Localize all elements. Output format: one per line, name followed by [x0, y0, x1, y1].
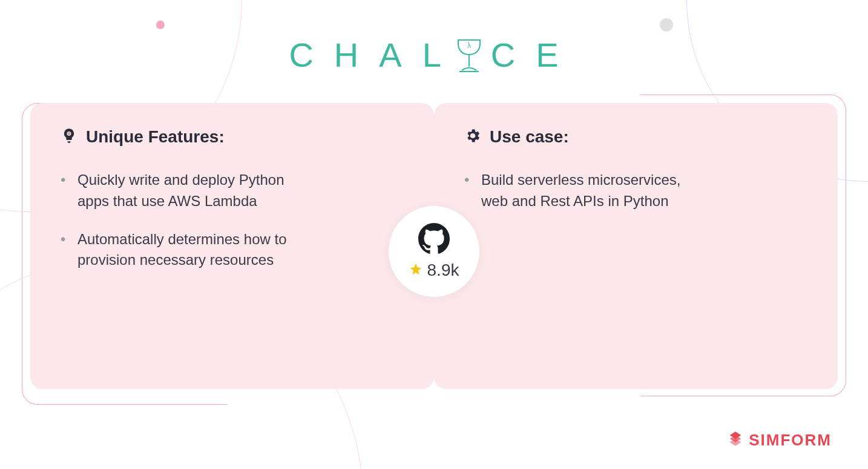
usecase-list: Build serverless microservices, web and …	[464, 170, 807, 212]
gear-icon: </>	[464, 127, 481, 147]
product-title: CHAL λ CE	[0, 35, 868, 75]
brand-logo: SIMFORM	[727, 430, 832, 450]
chalice-icon: λ	[453, 36, 485, 74]
github-icon	[418, 223, 450, 257]
usecase-card: </> Use case: Build serverless microserv…	[434, 103, 838, 389]
svg-text:λ: λ	[467, 41, 471, 50]
feature-item: Automatically determines how to provisio…	[77, 229, 307, 271]
decorative-dot	[660, 18, 673, 32]
features-card: Unique Features: Quickly write and deplo…	[30, 103, 434, 389]
title-part1: CHAL	[289, 35, 461, 75]
github-stars-badge: 8.9k	[389, 206, 479, 297]
features-heading: Unique Features:	[86, 127, 225, 147]
svg-text:</>: </>	[470, 134, 476, 138]
feature-item: Quickly write and deploy Python apps tha…	[77, 170, 307, 212]
lightbulb-gear-icon	[61, 127, 77, 147]
star-icon	[409, 262, 422, 278]
brand-name: SIMFORM	[749, 431, 832, 450]
decorative-dot	[156, 21, 165, 29]
usecase-heading: Use case:	[490, 127, 569, 147]
features-list: Quickly write and deploy Python apps tha…	[61, 170, 404, 271]
github-star-count: 8.9k	[427, 261, 459, 280]
simform-icon	[727, 430, 744, 450]
usecase-item: Build serverless microservices, web and …	[481, 170, 711, 212]
title-part2: CE	[491, 35, 579, 75]
